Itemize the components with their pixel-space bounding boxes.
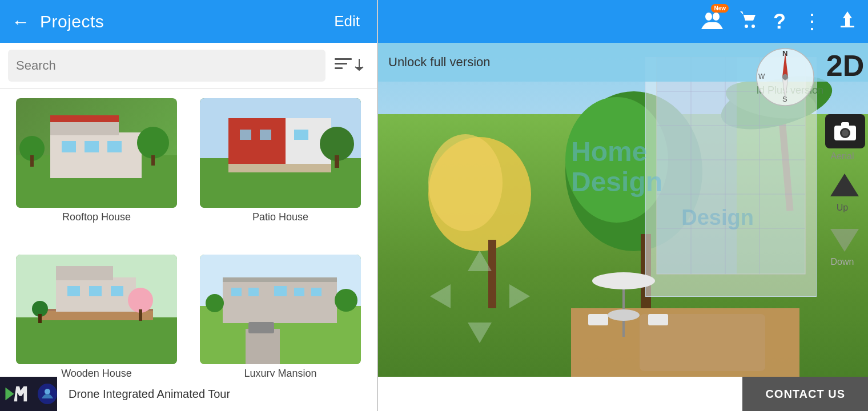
header-left: ← Projects Edit xyxy=(0,12,377,31)
svg-rect-7 xyxy=(335,67,343,69)
navigation-arrows xyxy=(423,245,537,348)
svg-rect-38 xyxy=(89,286,102,296)
back-button[interactable]: ← xyxy=(11,13,30,31)
svg-rect-29 xyxy=(335,155,339,168)
search-input-wrapper[interactable] xyxy=(8,50,326,82)
svg-rect-67 xyxy=(657,57,737,274)
svg-rect-37 xyxy=(67,286,80,296)
sort-button[interactable] xyxy=(330,55,369,76)
search-bar xyxy=(0,43,377,89)
upload-icon[interactable] xyxy=(838,10,857,33)
aerial-label: Aerial xyxy=(819,151,865,162)
page-title: Projects xyxy=(40,12,104,31)
watermark: Home Design xyxy=(571,137,662,198)
svg-rect-14 xyxy=(85,141,99,152)
svg-point-1 xyxy=(713,13,720,21)
svg-rect-17 xyxy=(30,155,34,167)
svg-rect-4 xyxy=(841,26,854,27)
svg-rect-23 xyxy=(228,118,286,164)
svg-point-55 xyxy=(206,294,224,312)
view-2d-button[interactable]: 2D xyxy=(822,49,868,83)
svg-text:W: W xyxy=(758,72,765,80)
project-name: Patio House xyxy=(252,211,308,223)
svg-marker-94 xyxy=(468,251,492,271)
contact-us-button[interactable]: CONTACT US xyxy=(742,377,868,411)
svg-rect-46 xyxy=(246,329,280,364)
users-icon[interactable]: New xyxy=(701,10,723,33)
project-thumbnail xyxy=(16,98,177,208)
ad-text: Drone Integrated Animated Tour xyxy=(57,388,742,401)
nav-down-arrow[interactable] xyxy=(461,316,498,348)
svg-rect-89 xyxy=(841,122,849,127)
svg-marker-92 xyxy=(830,174,859,196)
new-badge: New xyxy=(711,4,729,13)
aerial-button[interactable] xyxy=(825,114,865,148)
svg-point-0 xyxy=(705,13,712,21)
svg-rect-12 xyxy=(50,115,119,122)
svg-rect-6 xyxy=(335,63,347,65)
list-item[interactable]: Rooftop House xyxy=(5,94,188,250)
project-grid: Rooftop House xyxy=(0,89,377,411)
nav-left-arrow[interactable] xyxy=(423,280,459,313)
svg-marker-93 xyxy=(830,229,859,252)
edit-button[interactable]: Edit xyxy=(334,13,377,30)
svg-point-99 xyxy=(45,389,50,394)
down-label: Down xyxy=(819,257,865,267)
svg-rect-10 xyxy=(50,132,142,178)
svg-rect-52 xyxy=(294,288,304,296)
svg-marker-95 xyxy=(430,284,451,308)
watermark-bottom: Design xyxy=(681,206,754,230)
svg-rect-50 xyxy=(248,288,259,296)
up-button[interactable] xyxy=(824,168,865,203)
svg-point-87 xyxy=(782,74,788,80)
right-panel: Home Design Design Unlock full version l… xyxy=(377,0,868,411)
nav-right-arrow[interactable] xyxy=(500,280,537,313)
svg-marker-96 xyxy=(509,284,530,308)
svg-rect-5 xyxy=(335,58,352,60)
svg-rect-13 xyxy=(62,141,76,152)
sort-arrow-icon xyxy=(354,58,364,74)
nav-up-arrow[interactable] xyxy=(461,245,498,278)
project-thumbnail xyxy=(200,98,361,208)
project-thumbnail xyxy=(200,255,361,364)
svg-rect-49 xyxy=(231,288,242,296)
ad-logo xyxy=(0,377,57,411)
project-name: Rooftop House xyxy=(62,211,131,223)
svg-rect-41 xyxy=(139,309,142,321)
header: ← Projects Edit New ? ⋮ xyxy=(0,0,868,43)
svg-rect-43 xyxy=(38,314,42,323)
svg-rect-27 xyxy=(294,130,308,140)
project-thumbnail xyxy=(16,255,177,364)
svg-point-56 xyxy=(335,289,357,312)
svg-marker-97 xyxy=(468,323,492,343)
svg-point-40 xyxy=(128,288,153,313)
svg-marker-98 xyxy=(5,388,14,401)
list-item[interactable]: Patio House xyxy=(188,94,372,250)
svg-rect-47 xyxy=(223,277,337,323)
cart-icon[interactable] xyxy=(739,10,757,33)
more-menu-icon[interactable]: ⋮ xyxy=(802,10,822,34)
svg-rect-54 xyxy=(248,322,274,333)
svg-point-2 xyxy=(745,25,748,28)
svg-rect-39 xyxy=(111,286,123,296)
sort-lines-icon xyxy=(335,57,352,74)
svg-rect-25 xyxy=(240,130,251,140)
compass: N S W xyxy=(754,46,817,108)
left-panel: Rooftop House xyxy=(0,43,377,411)
svg-rect-15 xyxy=(107,141,122,152)
search-input[interactable] xyxy=(16,58,318,73)
header-right: New ? ⋮ xyxy=(377,10,868,34)
svg-rect-48 xyxy=(223,277,337,282)
svg-rect-30 xyxy=(228,164,331,172)
up-label: Up xyxy=(819,203,865,213)
svg-rect-51 xyxy=(274,286,287,296)
svg-rect-53 xyxy=(311,288,322,296)
svg-point-3 xyxy=(752,25,755,28)
svg-rect-19 xyxy=(151,155,155,166)
down-button[interactable] xyxy=(824,223,865,257)
svg-rect-31 xyxy=(16,317,177,364)
help-icon[interactable]: ? xyxy=(773,10,786,34)
svg-point-18 xyxy=(137,127,169,159)
svg-rect-26 xyxy=(260,130,271,140)
ad-bar: Drone Integrated Animated Tour CONTACT U… xyxy=(0,377,868,411)
